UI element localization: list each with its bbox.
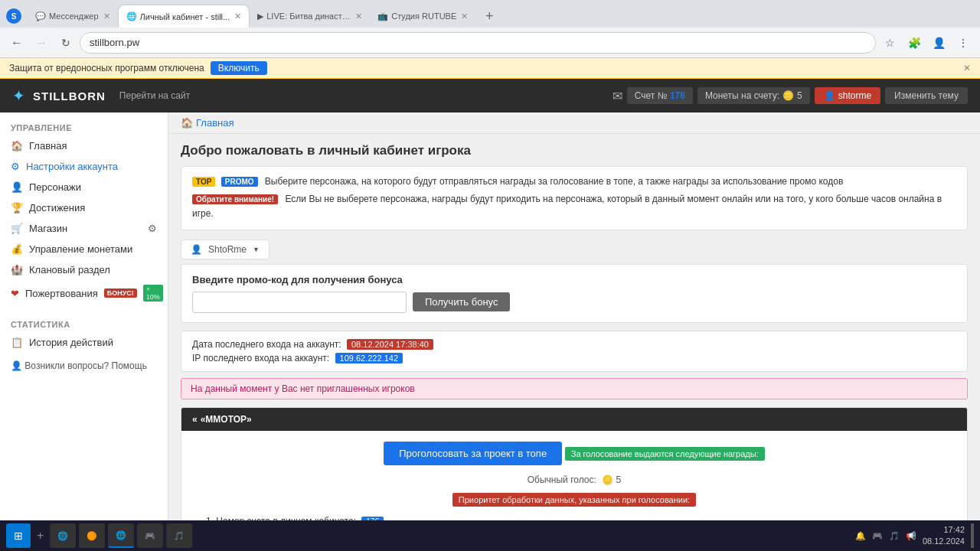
badge-top: TOP — [192, 177, 215, 187]
security-dismiss-icon[interactable]: ✕ — [963, 63, 971, 73]
user-button[interactable]: 👤 shtorme — [815, 87, 880, 104]
tab-personal-cabinet[interactable]: 🌐 Личный кабинет - still... ✕ — [118, 5, 250, 28]
last-ip-label: IP последнего входа на аккаунт: — [192, 353, 329, 364]
browser-toolbar: ← → ↻ stillborn.pw ☆ 🧩 👤 ⋮ — [0, 28, 980, 58]
logo-icon: ✦ — [12, 86, 25, 105]
back-button[interactable]: ← — [6, 32, 28, 54]
taskbar-date: 08.12.2024 — [923, 536, 965, 547]
sidebar-item-coins[interactable]: 💰 Управление монетами — [0, 239, 168, 259]
sidebar-help[interactable]: 👤 Возникли вопросы? Помощь — [0, 356, 168, 376]
tray-icon-2[interactable]: 🎮 — [872, 531, 883, 541]
menu-button[interactable]: ⋮ — [952, 32, 974, 54]
header-right: ✉ Счет № 176 Монеты на счету: 🪙 5 👤 shto… — [612, 87, 968, 104]
vote-button[interactable]: Проголосовать за проект в топе — [384, 442, 562, 465]
show-desktop-icon[interactable] — [971, 523, 974, 548]
mail-icon[interactable]: ✉ — [612, 89, 622, 103]
home-breadcrumb-icon: 🏠 — [181, 117, 193, 129]
sidebar-history-label: История действий — [29, 337, 113, 348]
sidebar-chars-label: Персонажи — [29, 181, 81, 193]
sidebar-item-clan[interactable]: 🏰 Клановый раздел — [0, 259, 168, 280]
sidebar-coins-label: Управление монетами — [29, 243, 132, 255]
taskbar-app-4[interactable]: 🎮 — [137, 523, 163, 548]
tab-close-1[interactable]: ✕ — [103, 11, 110, 21]
tab-close-3[interactable]: ✕ — [355, 11, 362, 21]
promo-section: Введите промо-код для получения бонуса П… — [181, 264, 968, 323]
bookmark-button[interactable]: ☆ — [879, 32, 900, 54]
account-button[interactable]: 👤 — [928, 32, 949, 54]
taskbar-app-5[interactable]: 🎵 — [166, 523, 192, 548]
taskbar-left: ⊞ + 🌐 🟠 🌐 🎮 🎵 — [6, 523, 192, 548]
promo-row: Получить бонус — [192, 292, 956, 313]
sidebar-item-chars[interactable]: 👤 Персонажи — [0, 177, 168, 197]
tab-label-3: LIVE: Битва династий на... — [266, 11, 351, 21]
sidebar-item-home[interactable]: 🏠 Главная — [0, 135, 168, 156]
extensions-button[interactable]: 🧩 — [903, 32, 925, 54]
site-link[interactable]: Перейти на сайт — [119, 90, 190, 101]
taskbar-app-4-icon: 🎮 — [145, 531, 155, 541]
taskbar-app-2[interactable]: 🟠 — [79, 523, 105, 548]
promo-title: Введите промо-код для получения бонуса — [192, 274, 956, 285]
sidebar-item-settings[interactable]: ⚙ Настройки аккаунта — [0, 156, 168, 177]
forward-button[interactable]: → — [31, 32, 52, 54]
mmotop-header: « «ММОТОР» — [181, 408, 967, 431]
new-tab-button[interactable]: + — [479, 5, 500, 27]
mmotop-logo-icon: « — [192, 414, 198, 425]
security-bar: Защита от вредоносных программ отключена… — [0, 58, 980, 79]
taskbar-app-1[interactable]: 🌐 — [50, 523, 76, 548]
reload-button[interactable]: ↻ — [55, 32, 77, 54]
tab-favicon-2: 🌐 — [126, 11, 137, 21]
user-icon-header: 👤 — [824, 90, 835, 101]
tab-close-2[interactable]: ✕ — [234, 11, 241, 21]
tab-bar: S 💬 Мессенджер ✕ 🌐 Личный кабинет - stil… — [0, 0, 980, 28]
taskbar-time: 17:42 — [923, 524, 965, 536]
enable-protection-button[interactable]: Включить — [211, 61, 267, 75]
sidebar: УПРАВЛЕНИЕ 🏠 Главная ⚙ Настройки аккаунт… — [0, 112, 168, 541]
clan-icon: 🏰 — [11, 264, 23, 276]
sidebar-management-title: УПРАВЛЕНИЕ — [0, 120, 168, 135]
coins-icon-sidebar: 💰 — [11, 243, 23, 255]
app-header: ✦ STILLBORN Перейти на сайт ✉ Счет № 176… — [0, 79, 980, 112]
sidebar-item-history[interactable]: 📋 История действий — [0, 332, 168, 353]
normal-vote-row: Обычный голос: 🪙 5 — [194, 474, 955, 485]
sidebar-stats-section: СТАТИСТИКА 📋 История действий — [0, 309, 168, 356]
char-name: ShtoRme — [208, 244, 247, 255]
promo-button[interactable]: Получить бонус — [413, 292, 510, 311]
tray-icon-3[interactable]: 🎵 — [889, 531, 900, 541]
sidebar-settings-label: Настройки аккаунта — [26, 161, 118, 172]
taskbar-app-1-icon: 🌐 — [57, 531, 68, 541]
login-info-section: Дата последнего входа на аккаунт: 08.12.… — [181, 331, 968, 372]
coins-label: Монеты на счету: — [705, 90, 779, 101]
notice-row-2: Обратите внимание! Если Вы не выберете п… — [192, 192, 956, 221]
badge-warning: Обратите внимание! — [192, 194, 278, 204]
tray-icon-1[interactable]: 🔔 — [855, 531, 866, 541]
chars-icon: 👤 — [11, 181, 23, 193]
browser-logo: S — [6, 8, 21, 24]
tab-label-4: Студия RUTUBE — [391, 11, 456, 21]
shop-icon: 🛒 — [11, 223, 23, 234]
theme-button[interactable]: Изменить тему — [885, 87, 968, 104]
main-content-area: 🏠 Главная Добро пожаловать в личный каби… — [168, 112, 980, 541]
taskbar-add-icon[interactable]: + — [37, 529, 44, 543]
sidebar-stats-title: СТАТИСТИКА — [0, 317, 168, 332]
sidebar-item-shop[interactable]: 🛒 Магазин ⚙ — [0, 218, 168, 239]
sidebar-item-achievements[interactable]: 🏆 Достижения — [0, 197, 168, 218]
taskbar-right: 🔔 🎮 🎵 📢 17:42 08.12.2024 — [855, 523, 974, 548]
tab-close-4[interactable]: ✕ — [461, 11, 468, 21]
address-bar[interactable]: stillborn.pw — [80, 32, 876, 54]
tray-icon-4[interactable]: 📢 — [906, 531, 916, 541]
tab-favicon-3: ▶ — [257, 11, 263, 21]
last-login-row: Дата последнего входа на аккаунт: 08.12.… — [192, 339, 956, 350]
notice-row-1: TOP PROMO Выберите персонажа, на которог… — [192, 174, 956, 189]
notice-text-2: Если Вы не выберете персонажа, награды б… — [192, 194, 942, 219]
breadcrumb-home[interactable]: Главная — [196, 117, 234, 129]
sidebar-item-donate[interactable]: ❤ Пожертвования БОНУС! + 10% — [0, 280, 168, 306]
theme-label: Изменить тему — [894, 90, 959, 101]
priority-badge: Приоритет обработки данных, указанных пр… — [452, 493, 696, 507]
tab-rutube[interactable]: 📺 Студия RUTUBE ✕ — [370, 5, 475, 28]
tab-live[interactable]: ▶ LIVE: Битва династий на... ✕ — [250, 5, 370, 28]
char-selector[interactable]: 👤 ShtoRme ▼ — [181, 240, 270, 259]
start-button[interactable]: ⊞ — [6, 523, 31, 548]
tab-messenger[interactable]: 💬 Мессенджер ✕ — [28, 5, 118, 28]
taskbar-app-3[interactable]: 🌐 — [108, 523, 134, 548]
promo-input[interactable] — [192, 292, 407, 313]
